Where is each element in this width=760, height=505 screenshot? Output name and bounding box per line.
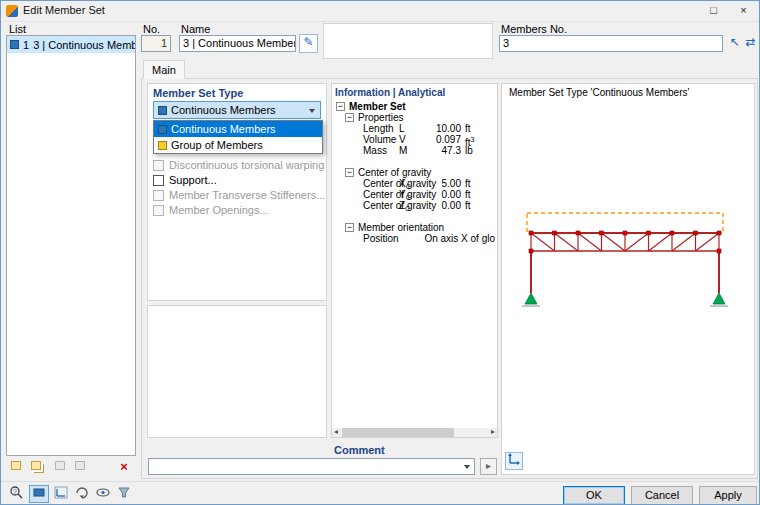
new-member-set-button[interactable]	[7, 460, 25, 476]
checkbox-label: Discontinuous torsional warping	[169, 159, 324, 171]
tree-label: Length	[363, 123, 394, 134]
combobox-value: Continuous Members	[171, 104, 276, 116]
horizontal-scrollbar[interactable]	[332, 428, 497, 437]
member-set-type-dropdown: Continuous Members Group of Members	[153, 120, 323, 154]
members-no-field[interactable]: 3	[499, 35, 723, 52]
symbol: L	[399, 123, 405, 134]
tree-group-label: Properties	[358, 112, 404, 123]
checkbox-label: Support...	[169, 174, 217, 186]
comment-template-button[interactable]: ▸	[480, 458, 497, 475]
arrow-right-icon	[491, 430, 495, 434]
checkbox-icon[interactable]	[153, 175, 164, 186]
checkbox-icon	[153, 160, 164, 171]
collapse-toggle[interactable]: −	[345, 113, 354, 122]
symbol: V	[399, 134, 406, 145]
view-axes-button[interactable]	[505, 452, 523, 470]
numbering-button[interactable]	[51, 485, 71, 503]
chevron-down-icon	[309, 109, 315, 113]
name-label: Name	[181, 23, 210, 35]
eye-icon	[95, 485, 111, 500]
arrow-left-icon	[334, 430, 338, 434]
swap-selection-button[interactable]: ⇄	[743, 35, 758, 51]
tree-group-label: Member orientation	[358, 222, 444, 233]
unit: ft	[465, 123, 471, 134]
checkbox-label: Member Openings...	[169, 204, 269, 216]
comment-combobox[interactable]	[148, 458, 475, 475]
collapse-toggle[interactable]: −	[336, 102, 345, 111]
close-button[interactable]: ×	[728, 1, 759, 20]
filter-button[interactable]	[114, 485, 134, 503]
tree-row: Center of gravity YC 0.00 ft	[333, 189, 496, 200]
scroll-left-button[interactable]	[332, 428, 341, 437]
value: 5.00	[417, 178, 461, 189]
rotate-view-button[interactable]	[72, 485, 92, 503]
preview-caption: Member Set Type 'Continuous Members'	[509, 87, 689, 98]
app-icon	[6, 5, 18, 17]
new-icon	[11, 461, 21, 470]
value: 0.00	[417, 200, 461, 211]
chevron-down-icon	[464, 465, 470, 469]
options-panel	[147, 305, 327, 438]
axes-icon	[508, 453, 520, 465]
member-set-icon	[10, 40, 19, 49]
collapse-toggle[interactable]: −	[345, 168, 354, 177]
pick-members-button[interactable]: ↖	[727, 35, 742, 51]
copy-member-set-button[interactable]	[27, 460, 45, 476]
delete-member-set-button[interactable]: ×	[115, 460, 133, 476]
value: 47.3	[417, 145, 461, 156]
truss-verticals	[531, 233, 719, 251]
scrollbar-thumb[interactable]	[342, 428, 454, 437]
checkbox-member-openings: Member Openings...	[153, 204, 269, 216]
member-set-type-combobox[interactable]: Continuous Members	[153, 101, 321, 119]
collapse-toggle[interactable]: −	[345, 223, 354, 232]
solid-model-button[interactable]	[29, 485, 49, 503]
name-field[interactable]: 3 | Continuous Members	[179, 35, 296, 52]
value: On axis X of glo	[391, 233, 495, 244]
tree-label: Mass	[363, 145, 387, 156]
cancel-button[interactable]: Cancel	[631, 486, 693, 505]
checkbox-discontinuous-torsional-warping: Discontinuous torsional warping	[153, 159, 324, 171]
tree-row: Position On axis X of glo	[333, 233, 496, 244]
funnel-icon	[116, 485, 132, 500]
value: 0.00	[417, 189, 461, 200]
maximize-button[interactable]: □	[699, 1, 728, 20]
dropdown-option-continuous-members[interactable]: Continuous Members	[154, 121, 322, 137]
selection-dashed-rect	[527, 213, 723, 233]
list-item[interactable]: 1 3 | Continuous Members	[7, 36, 135, 53]
member-set-listbox[interactable]: 1 3 | Continuous Members	[6, 35, 136, 456]
tab-main[interactable]: Main	[143, 60, 185, 79]
symbol: X	[399, 178, 406, 189]
renumber-button	[51, 460, 69, 476]
value: 0.097	[417, 134, 461, 145]
option-label: Group of Members	[171, 139, 263, 151]
dropdown-option-group-of-members[interactable]: Group of Members	[154, 137, 322, 153]
continuous-members-icon	[158, 125, 167, 134]
symbol-subscript: C	[405, 205, 410, 212]
tree-row: − Center of gravity	[333, 167, 496, 178]
copy-icon	[31, 461, 41, 470]
scroll-right-button[interactable]	[488, 428, 497, 437]
rotate-icon	[74, 485, 90, 500]
renumber-icon	[55, 461, 65, 470]
tree-row: Center of gravity ZC 0.00 ft	[333, 200, 496, 211]
zoom-info-button[interactable]: ?	[7, 485, 27, 503]
pencil-icon: ✎	[303, 35, 313, 49]
window-title: Edit Member Set	[23, 4, 105, 16]
symbol: Y	[399, 189, 406, 200]
continuous-members-icon	[158, 106, 167, 115]
list-item-label: 3 | Continuous Members	[33, 39, 135, 51]
value: 10.00	[417, 123, 461, 134]
member-set-preview-graphic	[501, 101, 755, 441]
solid-rect-icon	[32, 486, 46, 499]
unit-exponent: 3	[471, 136, 475, 143]
checkbox-support[interactable]: Support...	[153, 174, 217, 186]
ok-button[interactable]: OK	[563, 486, 625, 505]
browse-icon: ▸	[486, 460, 491, 471]
edit-member-set-dialog: Edit Member Set □ × List 1 3 | Continuou…	[0, 0, 760, 505]
apply-button[interactable]: Apply	[699, 486, 757, 505]
visibility-button[interactable]	[93, 485, 113, 503]
empty-panel	[323, 23, 493, 59]
no-label: No.	[143, 23, 160, 35]
edit-name-button[interactable]: ✎	[299, 34, 318, 53]
tree-group-label: Member Set	[349, 101, 406, 112]
